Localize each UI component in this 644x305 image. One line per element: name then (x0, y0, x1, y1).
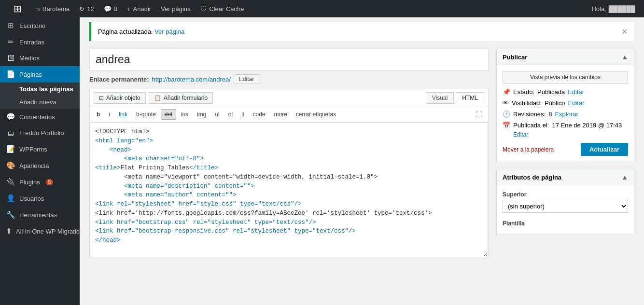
adminbar-clear-cache-label: Clear Cache (209, 5, 244, 13)
fmt-ins[interactable]: ins (177, 109, 192, 120)
atributos-panel-header: Atributos de página ▲ (497, 169, 634, 185)
adminbar-updates[interactable]: ↻ 12 (74, 0, 98, 17)
sidebar-item-freddo[interactable]: 🗂 Freddo Portfolio (0, 125, 80, 141)
adminbar-barotema[interactable]: ⌂ Barotema (31, 0, 74, 17)
fmt-more[interactable]: more (270, 109, 291, 120)
plantilla-label: Plantilla (503, 220, 628, 227)
editor-right: Publicar ▲ Vista previa de los cambios 📌… (496, 49, 634, 257)
superior-select[interactable]: (sin superior) (503, 200, 628, 213)
adminbar-right: Hola, ██████ (587, 0, 640, 17)
editor-left: Enlace permanente: http://barotema.com/a… (89, 49, 489, 257)
posts-icon: ✏ (6, 38, 15, 46)
add-form-button[interactable]: 📋 Añadir formulario (149, 92, 213, 104)
permalink-url[interactable]: http://barotema.com/andrea/ (152, 76, 231, 83)
editor-toolbar-left: ⊡ Añadir objeto 📋 Añadir formulario (94, 92, 213, 104)
status-label: Estado: (513, 88, 534, 96)
adminbar-username: ██████ (609, 5, 635, 13)
sidebar-item-escritorio[interactable]: ⊞ Escritorio (0, 17, 80, 34)
revisions-label: Revisiones: (513, 111, 546, 118)
permalink-edit-button[interactable]: Editar (234, 74, 259, 84)
adminbar-comments[interactable]: 💬 0 (99, 0, 122, 17)
fmt-del[interactable]: del (161, 109, 176, 120)
update-button[interactable]: Actualizar (581, 143, 628, 156)
fmt-code[interactable]: code (249, 109, 269, 120)
visibility-row: 👁 Visibilidad: Público Editar (503, 99, 628, 107)
fmt-bquote[interactable]: b-quote (132, 109, 160, 120)
sidebar-subitem-nueva[interactable]: Añadir nueva (0, 96, 80, 109)
fmt-bold[interactable]: b (93, 109, 104, 120)
published-row: 📅 Publicada el: 17 Ene de 2019 @ 17:43 (503, 122, 628, 129)
fmt-italic[interactable]: i (105, 109, 114, 120)
add-form-label: Añadir formulario (164, 95, 208, 101)
adminbar-view-page[interactable]: Ver página (156, 0, 196, 17)
users-icon: 👤 (6, 194, 15, 203)
adminbar-view-label: Ver página (161, 5, 191, 13)
fmt-ol[interactable]: ol (224, 109, 237, 120)
adminbar-new[interactable]: + Añadir (122, 0, 156, 17)
sidebar-label-entradas: Entradas (19, 39, 44, 46)
publish-panel-body: Vista previa de los cambios 📌 Estado: Pu… (497, 65, 634, 162)
visibility-label: Visibilidad: (512, 99, 542, 107)
published-label: Publicada el: (513, 122, 549, 129)
tab-html[interactable]: HTML (456, 92, 484, 104)
preview-changes-button[interactable]: Vista previa de los cambios (503, 71, 628, 83)
wp-logo-icon: ⊞ (9, 3, 27, 14)
forms-icon: 📝 (6, 145, 15, 153)
adminbar-hola-label: Hola, (591, 5, 606, 13)
notice-close-btn[interactable]: ✕ (621, 27, 628, 36)
sidebar-subitem-todas[interactable]: Todas las páginas (0, 83, 80, 96)
editor-tabs: Visual HTML (426, 92, 484, 104)
sidebar-item-medios[interactable]: 🖼 Medios (0, 50, 80, 66)
expand-icon[interactable]: ⛶ (473, 109, 485, 120)
updates-icon: ↻ (79, 5, 84, 13)
sidebar-label-allinone: All-in-One WP Migration (16, 228, 80, 235)
atributos-collapse-icon[interactable]: ▲ (621, 173, 628, 181)
wp-logo-btn[interactable]: ⊞ (4, 0, 31, 17)
add-object-button[interactable]: ⊡ Añadir objeto (94, 92, 146, 104)
notice-view-link[interactable]: Ver página (154, 28, 184, 35)
adminbar-barotema-label: Barotema (42, 5, 70, 13)
adminbar-clear-cache[interactable]: 🛡 Clear Cache (196, 0, 249, 17)
sidebar-item-paginas[interactable]: 📄 Páginas (0, 66, 80, 83)
sidebar-item-allinone[interactable]: ⬆ All-in-One WP Migration (0, 223, 80, 239)
update-notice: Página actualizada. Ver página ✕ (89, 22, 634, 41)
fmt-close-tags[interactable]: cerrar etiquetas (292, 109, 340, 120)
sidebar-subitem-nueva-label: Añadir nueva (19, 98, 56, 106)
sidebar-item-entradas[interactable]: ✏ Entradas (0, 34, 80, 50)
publish-actions: Mover a la papelera Actualizar (503, 143, 628, 156)
add-form-icon: 📋 (154, 95, 161, 101)
notice-text: Página actualizada. Ver página (98, 28, 184, 35)
adminbar-new-label: Añadir (133, 5, 152, 13)
publish-panel-title: Publicar (503, 54, 527, 61)
status-row: 📌 Estado: Publicada Editar (503, 88, 628, 96)
trash-link[interactable]: Mover a la papelera (503, 146, 554, 153)
fmt-img[interactable]: img (193, 109, 210, 120)
add-object-icon: ⊡ (99, 95, 104, 101)
revisions-explore-link[interactable]: Explorar (555, 111, 578, 118)
sidebar-item-plugins[interactable]: 🔌 Plugins 5 (0, 174, 80, 190)
adminbar-hola[interactable]: Hola, ██████ (587, 0, 640, 17)
sidebar-item-wpforms[interactable]: 📝 WPForms (0, 141, 80, 157)
fmt-li[interactable]: li (238, 109, 248, 120)
sidebar: ⊞ Escritorio ✏ Entradas 🖼 Medios 📄 Págin… (0, 17, 80, 305)
sidebar-label-paginas: Páginas (19, 71, 42, 78)
published-edit-link[interactable]: Editar (513, 131, 528, 138)
status-edit-link[interactable]: Editar (568, 88, 584, 96)
revisions-value: 8 (548, 111, 552, 118)
sidebar-item-comentarios[interactable]: 💬 Comentarios (0, 109, 80, 125)
visibility-icon: 👁 (503, 99, 509, 107)
fmt-link[interactable]: link (115, 109, 131, 120)
code-editor[interactable]: <!DOCTYPE html> <html lang="en"> <head> … (90, 122, 488, 257)
notice-message: Página actualizada. (98, 28, 153, 35)
page-title-input[interactable] (89, 49, 489, 70)
fmt-ul[interactable]: ul (211, 109, 223, 120)
sidebar-item-herramientas[interactable]: 🔧 Herramientas (0, 207, 80, 223)
sidebar-label-escritorio: Escritorio (19, 22, 45, 29)
tab-visual[interactable]: Visual (426, 92, 454, 104)
sidebar-subitem-todas-label: Todas las páginas (19, 85, 73, 93)
add-object-label: Añadir objeto (106, 95, 140, 101)
publish-collapse-icon[interactable]: ▲ (621, 53, 628, 61)
sidebar-item-apariencia[interactable]: 🎨 Apariencia (0, 157, 80, 174)
sidebar-item-usuarios[interactable]: 👤 Usuarios (0, 190, 80, 207)
visibility-edit-link[interactable]: Editar (568, 99, 585, 107)
